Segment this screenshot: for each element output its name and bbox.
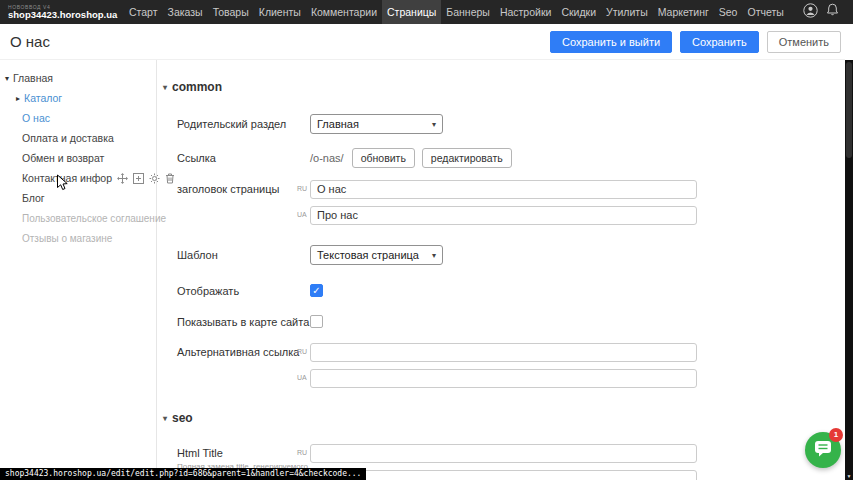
form-row-display: Отображать ✓ bbox=[177, 284, 323, 297]
chevron-down-icon[interactable]: ▾ bbox=[5, 74, 9, 83]
parent-section-select[interactable]: Главная ▾ bbox=[310, 114, 443, 134]
page-title: О нас bbox=[10, 33, 50, 50]
header-actions: Сохранить и выйти Сохранить Отменить bbox=[550, 31, 841, 53]
nav-start[interactable]: Старт bbox=[124, 0, 163, 24]
lang-tag-ua: UA bbox=[297, 374, 307, 381]
update-link-button[interactable]: обновить bbox=[352, 148, 415, 168]
chevron-down-icon[interactable]: ▾ bbox=[163, 83, 167, 92]
notifications-bell-icon[interactable] bbox=[826, 3, 839, 21]
form-row-template: Шаблон Текстовая страница ▾ bbox=[177, 245, 443, 265]
top-navigation: Старт Заказы Товары Клиенты Комментарии … bbox=[124, 0, 789, 24]
field-label: Родительский раздел bbox=[177, 118, 310, 130]
save-button[interactable]: Сохранить bbox=[680, 31, 759, 53]
tree-label: Контактная инфор bbox=[22, 172, 112, 184]
section-seo: ▾ seo bbox=[163, 411, 193, 425]
chevron-down-icon: ▾ bbox=[432, 120, 436, 129]
chat-unread-badge: 1 bbox=[829, 428, 843, 442]
nav-clients[interactable]: Клиенты bbox=[254, 0, 306, 24]
nav-banners[interactable]: Баннеры bbox=[441, 0, 495, 24]
add-page-icon[interactable] bbox=[133, 173, 144, 184]
sidebar-item-exchange-return[interactable]: Обмен и возврат bbox=[0, 148, 156, 168]
page-title-ua-input[interactable] bbox=[310, 206, 697, 225]
sidebar-item-store-reviews[interactable]: Отзывы о магазине bbox=[0, 228, 156, 248]
gear-icon[interactable] bbox=[149, 173, 160, 184]
form-row-page-title-ru: заголовок страницы RU bbox=[177, 179, 697, 199]
tree-label: О нас bbox=[22, 112, 50, 124]
link-value: /o-nas/ bbox=[310, 152, 344, 164]
select-value: Главная bbox=[317, 118, 359, 130]
field-label: заголовок страницы bbox=[177, 183, 310, 195]
alt-link-ua-input[interactable] bbox=[310, 369, 697, 388]
sidebar-item-about[interactable]: О нас bbox=[0, 108, 156, 128]
support-chat-button[interactable]: 1 bbox=[805, 432, 841, 468]
topbar-icons bbox=[803, 3, 853, 22]
chevron-right-icon[interactable]: ▸ bbox=[16, 94, 20, 103]
html-title-ru-input[interactable] bbox=[310, 444, 697, 463]
tree-label: Пользовательское соглашение bbox=[22, 213, 166, 224]
nav-pages[interactable]: Страницы bbox=[382, 0, 441, 24]
form-row-alt-link-ua: UA bbox=[177, 368, 697, 388]
nav-reports[interactable]: Отчеты bbox=[742, 0, 788, 24]
lang-tag-ua: UA bbox=[297, 211, 307, 218]
sidebar-item-home[interactable]: ▾ Главная bbox=[0, 68, 156, 88]
topbar: НОВОВВОД V4 shop34423.horoshop.ua Старт … bbox=[0, 0, 853, 24]
form-row-sitemap: Показывать в карте сайта bbox=[177, 315, 323, 328]
nav-settings[interactable]: Настройки bbox=[495, 0, 557, 24]
pages-tree-sidebar: ▾ Главная ▸ Каталог О нас Оплата и доста… bbox=[0, 60, 157, 480]
sidebar-item-catalog[interactable]: ▸ Каталог bbox=[0, 88, 156, 108]
tree-label: Блог bbox=[22, 192, 45, 204]
field-label: Альтернативная ссылка bbox=[177, 346, 310, 358]
nav-discounts[interactable]: Скидки bbox=[556, 0, 601, 24]
nav-utilities[interactable]: Утилиты bbox=[601, 0, 653, 24]
link-preview-statusbar: shop34423.horoshop.ua/edit/edit.php?id=6… bbox=[0, 468, 366, 480]
sidebar-item-contact-info[interactable]: Контактная инфор bbox=[0, 168, 156, 188]
scroll-down-arrow-icon[interactable]: ▼ bbox=[845, 473, 853, 479]
account-icon[interactable] bbox=[803, 3, 818, 22]
section-title: common bbox=[172, 80, 222, 94]
logo-domain: shop34423.horoshop.ua bbox=[8, 10, 124, 20]
nav-products[interactable]: Товары bbox=[208, 0, 254, 24]
template-select[interactable]: Текстовая страница ▾ bbox=[310, 245, 443, 265]
form-row-parent-section: Родительский раздел Главная ▾ bbox=[177, 114, 443, 134]
form-row-alt-link-ru: Альтернативная ссылка RU bbox=[177, 342, 697, 362]
edit-link-button[interactable]: редактировать bbox=[422, 148, 512, 168]
form-row-page-title-ua: UA bbox=[177, 205, 697, 225]
page-edit-form: ▾ common Родительский раздел Главная ▾ С… bbox=[157, 60, 845, 480]
trash-icon[interactable] bbox=[165, 173, 175, 184]
chevron-down-icon[interactable]: ▾ bbox=[163, 414, 167, 423]
logo[interactable]: НОВОВВОД V4 shop34423.horoshop.ua bbox=[0, 4, 124, 20]
field-label: Показывать в карте сайта bbox=[177, 316, 310, 328]
sidebar-item-blog[interactable]: Блог bbox=[0, 188, 156, 208]
move-icon[interactable] bbox=[117, 173, 128, 184]
save-and-exit-button[interactable]: Сохранить и выйти bbox=[550, 31, 672, 53]
alt-link-ru-input[interactable] bbox=[310, 343, 697, 362]
lang-tag-ru: RU bbox=[297, 185, 307, 192]
select-value: Текстовая страница bbox=[317, 249, 419, 261]
page-header: О нас Сохранить и выйти Сохранить Отмени… bbox=[0, 24, 845, 60]
field-label: Отображать bbox=[177, 285, 310, 297]
html-title-label: Html Title bbox=[177, 447, 310, 459]
section-common: ▾ common bbox=[163, 80, 222, 94]
tree-label: Обмен и возврат bbox=[22, 152, 104, 164]
tree-label: Главная bbox=[13, 72, 53, 84]
chevron-down-icon: ▾ bbox=[432, 251, 436, 260]
cancel-button[interactable]: Отменить bbox=[767, 31, 841, 53]
vertical-scrollbar[interactable]: ▼ bbox=[845, 60, 853, 480]
field-label: Шаблон bbox=[177, 249, 310, 261]
tree-label: Каталог bbox=[24, 92, 62, 104]
html-title-ua-input[interactable] bbox=[310, 470, 697, 480]
display-checkbox[interactable]: ✓ bbox=[310, 284, 323, 297]
nav-marketing[interactable]: Маркетинг bbox=[653, 0, 714, 24]
page-title-ru-input[interactable] bbox=[310, 180, 697, 199]
nav-seo[interactable]: Seo bbox=[714, 0, 743, 24]
tree-item-tools bbox=[117, 173, 175, 184]
nav-orders[interactable]: Заказы bbox=[163, 0, 208, 24]
scrollbar-thumb[interactable] bbox=[846, 62, 852, 158]
nav-comments[interactable]: Комментарии bbox=[306, 0, 382, 24]
tree-label: Отзывы о магазине bbox=[22, 233, 112, 244]
sidebar-item-payment-delivery[interactable]: Оплата и доставка bbox=[0, 128, 156, 148]
form-row-link: Ссылка /o-nas/ обновить редактировать bbox=[177, 148, 519, 168]
sidebar-item-user-agreement[interactable]: Пользовательское соглашение bbox=[0, 208, 156, 228]
lang-tag-ru: RU bbox=[297, 449, 307, 456]
sitemap-checkbox[interactable] bbox=[310, 315, 323, 328]
